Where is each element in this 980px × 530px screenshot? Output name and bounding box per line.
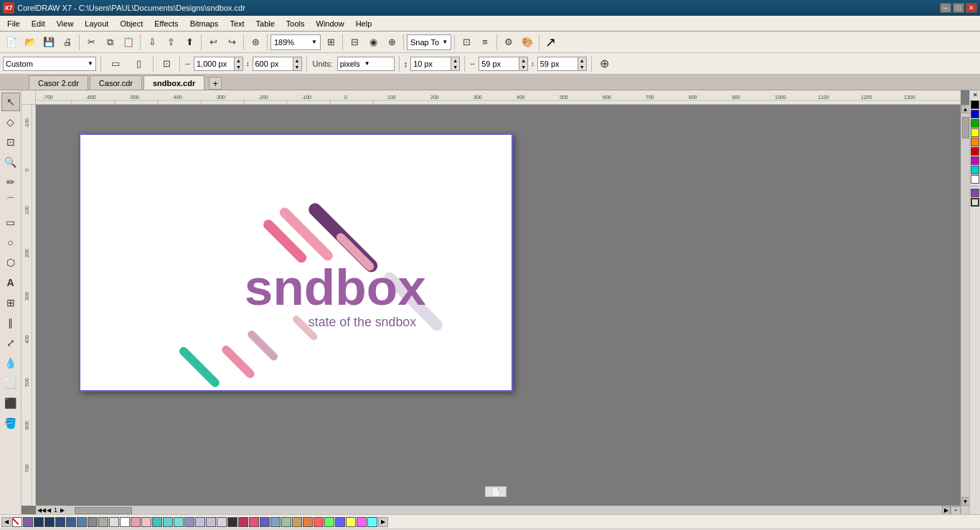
portrait-button[interactable]: ▭ bbox=[105, 55, 126, 72]
color-strip-yellow[interactable] bbox=[971, 128, 979, 137]
menu-layout[interactable]: Layout bbox=[79, 16, 114, 32]
swatch-23[interactable] bbox=[270, 517, 281, 527]
smart-fill-tool[interactable]: ⬛ bbox=[1, 394, 20, 412]
document-canvas[interactable]: sndbox state of the sndbox bbox=[79, 133, 513, 392]
canvas-area[interactable]: -700 -600 -500 -400 -300 -200 -100 0 100… bbox=[22, 90, 969, 514]
fill-tool[interactable]: 🪣 bbox=[1, 414, 20, 432]
h2-arrows[interactable]: ▲ ▼ bbox=[578, 57, 586, 70]
nudge-down[interactable]: ▼ bbox=[451, 64, 459, 70]
height-spinbox[interactable]: 600 px ▲ ▼ bbox=[253, 57, 302, 71]
page-first[interactable]: ◀◀ bbox=[37, 507, 46, 514]
tab-add-button[interactable]: + bbox=[209, 77, 222, 90]
color-strip-white[interactable] bbox=[971, 175, 979, 184]
text-tool[interactable]: A bbox=[1, 273, 20, 292]
print-button[interactable]: 🖨 bbox=[59, 34, 76, 51]
scroll-down-arrow[interactable]: ▼ bbox=[961, 497, 970, 506]
swatch-18[interactable] bbox=[217, 517, 227, 527]
zoom-in-button[interactable]: + bbox=[951, 506, 961, 515]
swatch-1[interactable] bbox=[34, 517, 44, 527]
interactive-fill-tool[interactable]: ⬜ bbox=[1, 374, 20, 392]
color-strip-red[interactable] bbox=[971, 147, 979, 156]
tab-sndbox[interactable]: sndbox.cdr bbox=[143, 75, 204, 90]
swatch-2[interactable] bbox=[44, 517, 55, 527]
w2-up[interactable]: ▲ bbox=[519, 57, 527, 64]
menu-text[interactable]: Text bbox=[224, 16, 250, 32]
swatch-11[interactable] bbox=[141, 517, 151, 527]
publish-button[interactable]: ⬆ bbox=[181, 34, 198, 51]
swatch-15[interactable] bbox=[184, 517, 194, 527]
menu-effects[interactable]: Effects bbox=[149, 16, 184, 32]
ellipse-tool[interactable]: ○ bbox=[1, 233, 20, 252]
color-strip-up[interactable]: ✕ bbox=[973, 92, 978, 98]
open-button[interactable]: 📂 bbox=[22, 34, 39, 51]
swatch-8[interactable] bbox=[109, 517, 119, 527]
dimension-tool[interactable]: ∥ bbox=[1, 313, 20, 332]
save-button[interactable]: 💾 bbox=[40, 34, 57, 51]
h2-up[interactable]: ▲ bbox=[578, 57, 586, 64]
width-down[interactable]: ▼ bbox=[234, 64, 242, 70]
swatch-12[interactable] bbox=[152, 517, 162, 527]
tab-casor[interactable]: Casor.cdr bbox=[90, 75, 142, 90]
swatch-10[interactable] bbox=[131, 517, 141, 527]
menu-help[interactable]: Help bbox=[350, 16, 378, 32]
crop-tool[interactable]: ⊡ bbox=[1, 133, 20, 151]
menu-bitmaps[interactable]: Bitmaps bbox=[184, 16, 225, 32]
fill-color-swatch[interactable] bbox=[971, 189, 979, 197]
polygon-tool[interactable]: ⬡ bbox=[1, 253, 20, 272]
connector-tool[interactable]: ⤢ bbox=[1, 333, 20, 352]
scroll-right-arrow[interactable]: ▶ bbox=[942, 506, 951, 515]
shape-tool[interactable]: ◇ bbox=[1, 113, 20, 131]
menu-view[interactable]: View bbox=[51, 16, 80, 32]
minimize-button[interactable]: ─ bbox=[940, 3, 951, 13]
restore-button[interactable]: □ bbox=[953, 3, 964, 13]
table-tool[interactable]: ⊞ bbox=[1, 293, 20, 312]
width-spinbox[interactable]: 1,000 px ▲ ▼ bbox=[194, 57, 243, 71]
smartdraw-tool[interactable]: ⌒ bbox=[1, 193, 20, 212]
paste-button[interactable]: 📋 bbox=[120, 34, 137, 51]
color-strip-orange[interactable] bbox=[971, 138, 979, 146]
swatch-19[interactable] bbox=[227, 517, 237, 527]
import-button[interactable]: ⇩ bbox=[143, 34, 161, 51]
swatch-7[interactable] bbox=[98, 517, 108, 527]
w2-down[interactable]: ▼ bbox=[519, 64, 527, 70]
copy-button[interactable]: ⧉ bbox=[101, 34, 118, 51]
palette-nav-left[interactable]: ◀ bbox=[1, 517, 11, 527]
palette-nav-right[interactable]: ▶ bbox=[378, 517, 388, 527]
swatch-9[interactable] bbox=[120, 517, 130, 527]
swatch-31[interactable] bbox=[357, 517, 367, 527]
snap-to-dropdown[interactable]: Snap To ▼ bbox=[407, 34, 451, 50]
close-button[interactable]: ✕ bbox=[966, 3, 977, 13]
width-up[interactable]: ▲ bbox=[234, 57, 242, 64]
color-strip-green[interactable] bbox=[971, 119, 979, 128]
menu-object[interactable]: Object bbox=[114, 16, 149, 32]
menu-tools[interactable]: Tools bbox=[281, 16, 311, 32]
menu-file[interactable]: File bbox=[1, 16, 26, 32]
swatch-0[interactable] bbox=[23, 517, 33, 527]
swatch-16[interactable] bbox=[195, 517, 205, 527]
rectangle-tool[interactable]: ▭ bbox=[1, 213, 20, 232]
color-strip-magenta[interactable] bbox=[971, 156, 979, 165]
height-up[interactable]: ▲ bbox=[293, 57, 301, 64]
hide-show-button[interactable]: ◉ bbox=[364, 34, 382, 51]
dropper-tool[interactable]: 💧 bbox=[1, 354, 20, 372]
swatch-13[interactable] bbox=[163, 517, 173, 527]
swatch-24[interactable] bbox=[281, 517, 291, 527]
w2-spinbox[interactable]: 59 px ▲ ▼ bbox=[479, 57, 528, 71]
page-nav[interactable]: ◀◀ ◀ 1 ▶ bbox=[36, 506, 66, 514]
bottom-scrollbar[interactable]: ◀ ▶ + bbox=[36, 506, 961, 514]
add-page-button[interactable]: ⊕ bbox=[596, 55, 613, 72]
swatch-27[interactable] bbox=[314, 517, 324, 527]
menu-table[interactable]: Table bbox=[250, 16, 281, 32]
right-scrollbar[interactable]: ▲ ▼ bbox=[961, 105, 969, 506]
no-fill-swatch[interactable] bbox=[12, 517, 22, 527]
landscape-button[interactable]: ▯ bbox=[128, 55, 149, 72]
h2-spinbox[interactable]: 59 px ▲ ▼ bbox=[537, 57, 587, 71]
view-mode-button[interactable]: ⊕ bbox=[383, 34, 400, 51]
menu-edit[interactable]: Edit bbox=[26, 16, 51, 32]
zoom-levels-button[interactable]: ⊞ bbox=[322, 34, 339, 51]
swatch-4[interactable] bbox=[66, 517, 76, 527]
nudge-up[interactable]: ▲ bbox=[451, 57, 459, 64]
height-down[interactable]: ▼ bbox=[293, 64, 301, 70]
swatch-28[interactable] bbox=[324, 517, 334, 527]
menu-window[interactable]: Window bbox=[311, 16, 350, 32]
